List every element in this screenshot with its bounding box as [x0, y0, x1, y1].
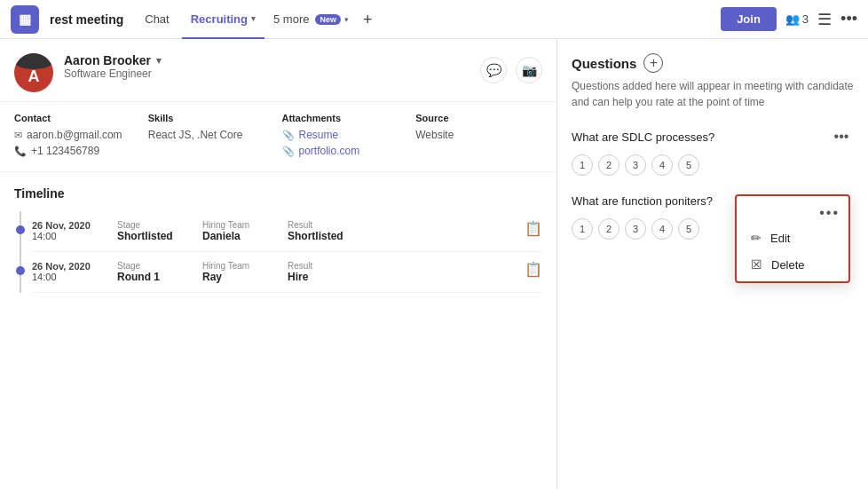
portfolio-row[interactable]: 📎 portfolio.com — [282, 145, 409, 157]
video-button[interactable]: 📷 — [516, 57, 542, 83]
paperclip-icon: 📎 — [282, 146, 295, 157]
topbar: ▦ rest meeting Chat Recruiting ▾ 5 more … — [0, 0, 868, 39]
people-icon: 👥 — [785, 12, 800, 26]
timeline-line — [20, 211, 21, 293]
questions-title: Questions — [572, 56, 636, 71]
meeting-title: rest meeting — [50, 12, 123, 27]
paperclip-icon: 📎 — [282, 130, 295, 141]
add-question-button[interactable]: + — [643, 53, 663, 73]
skills-row: React JS, .Net Core — [148, 129, 275, 141]
email-row: ✉ aaron.b@gmail.com — [14, 129, 141, 141]
add-tab-button[interactable]: + — [358, 0, 378, 39]
context-menu: ••• ✏ Edit ☒ Delete — [735, 194, 850, 283]
timeline-stage-0: Stage Shortlisted — [117, 220, 188, 242]
candidate-phone: +1 123456789 — [31, 145, 99, 157]
timeline-date-1: 26 Nov, 2020 14:00 — [32, 261, 103, 282]
chat-button[interactable]: 💬 — [480, 57, 507, 83]
timeline-stage-1: Stage Round 1 — [117, 261, 188, 283]
source-section: Source Website — [415, 113, 542, 161]
contact-section: Contact ✉ aaron.b@gmail.com 📞 +1 1234567… — [14, 113, 141, 161]
delete-icon: ☒ — [751, 257, 762, 272]
candidate-actions: 💬 📷 — [480, 57, 542, 83]
attachments-label: Attachments — [282, 113, 409, 123]
rating-row-0: 1 2 3 4 5 — [572, 154, 854, 176]
source-label: Source — [415, 113, 542, 123]
timeline-result-0: Result Shortlisted — [288, 220, 359, 242]
phone-row: 📞 +1 123456789 — [14, 145, 141, 157]
timeline-title: Timeline — [14, 186, 542, 201]
timeline-team-1: Hiring Team Ray — [202, 261, 273, 283]
source-row: Website — [415, 129, 542, 141]
question-item-0: What are SDLC processes? ••• 1 2 3 4 5 — [572, 124, 854, 176]
timeline-item: 26 Nov, 2020 14:00 Stage Shortlisted Hir… — [32, 211, 542, 252]
timeline-section: Timeline 26 Nov, 2020 14:00 Stage Shortl… — [0, 172, 556, 293]
contact-label: Contact — [14, 113, 141, 123]
timeline-date-0: 26 Nov, 2020 14:00 — [32, 220, 103, 241]
question-header-0: What are SDLC processes? ••• — [572, 124, 854, 149]
phone-icon: 📞 — [14, 146, 27, 157]
right-panel: Questions + Questions added here will ap… — [557, 39, 868, 489]
note-icon[interactable]: 📋 — [525, 261, 542, 278]
skills-label: Skills — [148, 113, 275, 123]
join-button[interactable]: Join — [721, 7, 777, 31]
question-text-1: What are function poniters? — [572, 194, 713, 208]
tab-chat[interactable]: Chat — [136, 0, 178, 39]
details-grid: Contact ✉ aaron.b@gmail.com 📞 +1 1234567… — [0, 102, 556, 172]
delete-label: Delete — [771, 258, 805, 272]
rating-5[interactable]: 5 — [678, 218, 699, 240]
attachments-section: Attachments 📎 Resume 📎 portfolio.com — [282, 113, 409, 161]
email-icon: ✉ — [14, 130, 22, 141]
candidate-info: Aaron Brooker ▾ Software Engineer — [64, 53, 162, 80]
tab-recruiting[interactable]: Recruiting ▾ — [182, 0, 264, 39]
timeline-item: 26 Nov, 2020 14:00 Stage Round 1 Hiring … — [32, 252, 542, 293]
candidate-email: aaron.b@gmail.com — [27, 129, 122, 141]
rating-1[interactable]: 1 — [572, 154, 593, 176]
context-menu-dots: ••• — [737, 200, 848, 225]
chevron-down-icon: ▾ — [251, 14, 256, 23]
rating-3[interactable]: 3 — [625, 218, 646, 240]
candidate-left: A Aaron Brooker ▾ Software Engineer — [14, 53, 162, 92]
timeline-dot — [16, 225, 25, 234]
more-options-icon[interactable]: ••• — [840, 10, 857, 28]
rating-4[interactable]: 4 — [651, 218, 673, 240]
skills-value: React JS, .Net Core — [148, 129, 243, 141]
timeline-team-0: Hiring Team Daniela — [202, 220, 273, 242]
portfolio-link[interactable]: portfolio.com — [299, 145, 360, 157]
rating-2[interactable]: 2 — [598, 218, 619, 240]
video-icon: 📷 — [522, 63, 537, 77]
left-panel: A Aaron Brooker ▾ Software Engineer 💬 📷 — [0, 39, 557, 489]
chevron-down-icon: ▾ — [344, 15, 349, 24]
timeline-container: 26 Nov, 2020 14:00 Stage Shortlisted Hir… — [14, 211, 542, 293]
tab-more[interactable]: 5 more New ▾ — [268, 12, 354, 26]
rating-3[interactable]: 3 — [625, 154, 646, 176]
rating-5[interactable]: 5 — [678, 154, 699, 176]
new-badge: New — [315, 14, 341, 25]
candidate-name: Aaron Brooker — [64, 53, 151, 67]
edit-menu-item[interactable]: ✏ Edit — [737, 225, 848, 251]
questions-description: Questions added here will appear in meet… — [572, 78, 854, 110]
timeline-dot — [16, 266, 25, 275]
resume-row[interactable]: 📎 Resume — [282, 129, 409, 141]
source-value: Website — [415, 129, 454, 141]
timeline-result-1: Result Hire — [288, 261, 359, 283]
rating-2[interactable]: 2 — [598, 154, 619, 176]
menu-icon[interactable]: ☰ — [817, 10, 832, 29]
delete-menu-item[interactable]: ☒ Delete — [737, 251, 848, 278]
app-icon: ▦ — [11, 5, 39, 34]
chevron-down-icon[interactable]: ▾ — [156, 55, 162, 67]
main-content: A Aaron Brooker ▾ Software Engineer 💬 📷 — [0, 39, 868, 489]
edit-icon: ✏ — [751, 231, 761, 245]
candidate-header: A Aaron Brooker ▾ Software Engineer 💬 📷 — [0, 39, 556, 102]
candidate-title: Software Engineer — [64, 67, 162, 80]
skills-section: Skills React JS, .Net Core — [148, 113, 275, 161]
people-count[interactable]: 👥 3 — [785, 12, 809, 26]
question-more-button-0[interactable]: ••• — [829, 124, 854, 149]
rating-4[interactable]: 4 — [651, 154, 673, 176]
question-text-0: What are SDLC processes? — [572, 130, 714, 144]
chat-bubble-icon: 💬 — [486, 63, 501, 77]
resume-link[interactable]: Resume — [299, 129, 339, 141]
note-icon[interactable]: 📋 — [525, 220, 542, 237]
questions-header: Questions + — [572, 53, 854, 73]
rating-1[interactable]: 1 — [572, 218, 593, 240]
edit-label: Edit — [770, 232, 790, 245]
